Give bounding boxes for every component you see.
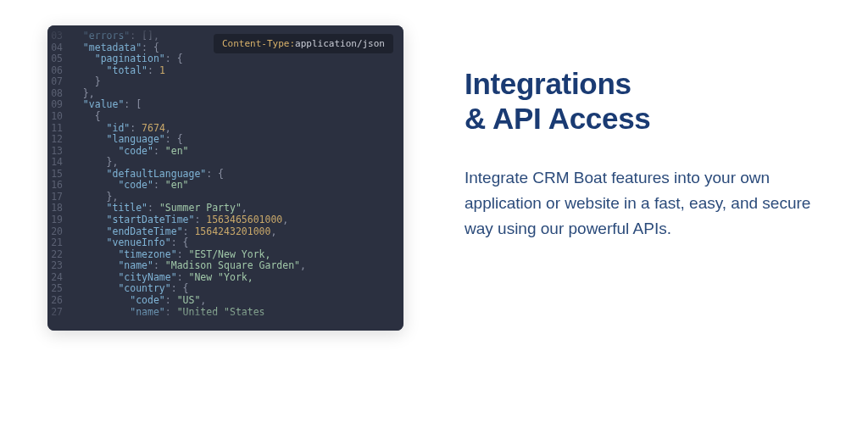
heading-line-1: Integrations xyxy=(465,67,632,100)
line-number: 14 xyxy=(47,157,71,169)
line-number: 18 xyxy=(47,203,71,214)
code-content: "name": "United "States xyxy=(71,307,265,319)
line-number: 15 xyxy=(47,169,71,181)
code-content: "startDateTime": 1563465601000, xyxy=(71,214,288,226)
line-number: 22 xyxy=(47,249,71,261)
line-number: 11 xyxy=(47,123,71,135)
code-content: }, xyxy=(71,88,95,100)
line-number: 10 xyxy=(47,111,71,123)
line-number: 06 xyxy=(47,65,71,77)
code-content: "cityName": "New "York, xyxy=(71,272,253,284)
code-content: "id": 7674, xyxy=(71,123,171,135)
layout-row: Content-Type:application/json 03 "errors… xyxy=(0,0,868,434)
code-line: 27 "name": "United "States xyxy=(47,307,403,319)
code-line: 20 "endDateTime": 1564243201000, xyxy=(47,226,403,238)
code-line: 13 "code": "en" xyxy=(47,146,403,158)
code-content: "endDateTime": 1564243201000, xyxy=(71,226,276,238)
line-number: 04 xyxy=(47,42,71,54)
code-content: }, xyxy=(71,192,118,203)
code-line: 19 "startDateTime": 1563465601000, xyxy=(47,214,403,226)
code-content: "errors": [], xyxy=(71,31,159,42)
code-line: 08 }, xyxy=(47,88,403,100)
code-content: "defaultLanguage": { xyxy=(71,169,224,181)
code-panel: Content-Type:application/json 03 "errors… xyxy=(47,25,403,331)
code-content: } xyxy=(71,76,101,88)
code-line: 05 "pagination": { xyxy=(47,53,403,65)
line-number: 05 xyxy=(47,53,71,65)
code-content: "code": "US", xyxy=(71,295,206,307)
code-line: 15 "defaultLanguage": { xyxy=(47,169,403,181)
line-number: 21 xyxy=(47,237,71,249)
code-line: 22 "timezone": "EST/New York, xyxy=(47,249,403,261)
code-line: 26 "code": "US", xyxy=(47,295,403,307)
code-line: 11 "id": 7674, xyxy=(47,123,403,135)
code-content: "timezone": "EST/New York, xyxy=(71,249,270,261)
section-heading: Integrations & API Access xyxy=(465,66,821,136)
code-line: 23 "name": "Madison Square Garden", xyxy=(47,260,403,272)
content-type-badge: Content-Type:application/json xyxy=(214,34,393,53)
code-line: 18 "title": "Summer Party", xyxy=(47,203,403,214)
line-number: 07 xyxy=(47,76,71,88)
code-content: "code": "en" xyxy=(71,146,189,158)
code-content: "value": [ xyxy=(71,99,142,111)
code-line: 07 } xyxy=(47,76,403,88)
heading-line-2: & API Access xyxy=(465,102,650,135)
line-number: 26 xyxy=(47,295,71,307)
line-number: 13 xyxy=(47,146,71,158)
line-number: 24 xyxy=(47,272,71,284)
code-line: 06 "total": 1 xyxy=(47,65,403,77)
line-number: 16 xyxy=(47,180,71,192)
line-number: 19 xyxy=(47,214,71,226)
code-content: "metadata": { xyxy=(71,42,159,54)
code-line: 16 "code": "en" xyxy=(47,180,403,192)
code-content: }, xyxy=(71,157,118,169)
code-line: 12 "language": { xyxy=(47,134,403,146)
line-number: 23 xyxy=(47,260,71,272)
badge-value: application/json xyxy=(295,38,385,49)
line-number: 27 xyxy=(47,307,71,319)
code-content: "pagination": { xyxy=(71,53,183,65)
text-column: Integrations & API Access Integrate CRM … xyxy=(465,25,821,434)
code-line: 14 }, xyxy=(47,157,403,169)
code-line: 24 "cityName": "New "York, xyxy=(47,272,403,284)
code-content: "name": "Madison Square Garden", xyxy=(71,260,306,272)
code-line: 10 { xyxy=(47,111,403,123)
line-number: 17 xyxy=(47,192,71,203)
code-line: 21 "venueInfo": { xyxy=(47,237,403,249)
code-line: 17 }, xyxy=(47,192,403,203)
code-line: 09 "value": [ xyxy=(47,99,403,111)
section-paragraph: Integrate CRM Boat features into your ow… xyxy=(465,165,821,242)
line-number: 20 xyxy=(47,226,71,238)
code-content: "language": { xyxy=(71,134,183,146)
code-content: "venueInfo": { xyxy=(71,237,189,249)
line-number: 08 xyxy=(47,88,71,100)
code-line: 25 "country": { xyxy=(47,283,403,295)
line-number: 12 xyxy=(47,134,71,146)
code-content: "country": { xyxy=(71,283,188,295)
badge-key: Content-Type: xyxy=(222,38,295,49)
line-number: 03 xyxy=(47,31,71,42)
code-content: { xyxy=(71,111,101,123)
code-content: "title": "Summer Party", xyxy=(71,203,248,214)
line-number: 09 xyxy=(47,99,71,111)
line-number: 25 xyxy=(47,283,71,295)
code-content: "code": "en" xyxy=(71,180,189,192)
code-content: "total": 1 xyxy=(71,65,165,77)
code-lines: 03 "errors": [],04 "metadata": {05 "pagi… xyxy=(47,25,403,318)
